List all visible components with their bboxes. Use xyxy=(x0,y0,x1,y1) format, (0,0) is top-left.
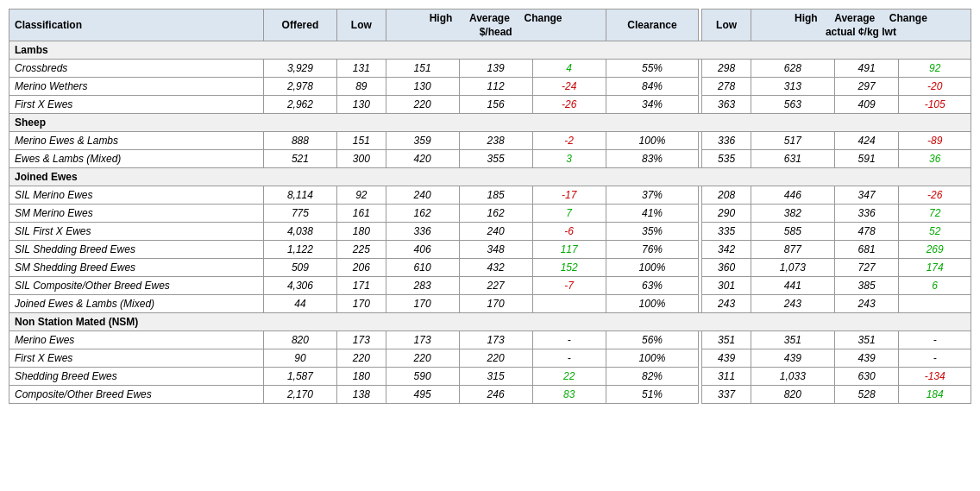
row-low2: 311 xyxy=(702,368,751,386)
row-high1: 240 xyxy=(386,186,459,205)
table-row: Merino Wethers 2,978 89 130 112 -24 84% … xyxy=(9,78,971,96)
row-offered: 4,306 xyxy=(263,277,336,295)
row-low2: 298 xyxy=(702,60,751,78)
row-change2: 52 xyxy=(899,223,971,241)
row-avg2: 439 xyxy=(834,349,898,368)
row-change1: - xyxy=(532,349,606,368)
row-classification: SM Merino Ewes xyxy=(9,205,264,223)
row-clearance: 82% xyxy=(606,368,699,386)
row-clearance: 100% xyxy=(606,349,699,368)
row-avg2: 681 xyxy=(834,241,898,259)
row-offered: 90 xyxy=(263,349,336,368)
row-high2: 243 xyxy=(751,295,834,313)
row-change1: 83 xyxy=(532,386,606,404)
row-high1: 610 xyxy=(386,259,459,277)
row-high2: 585 xyxy=(751,223,834,241)
row-low2: 336 xyxy=(702,132,751,150)
table-row: Crossbreds 3,929 131 151 139 4 55% 298 6… xyxy=(9,60,971,78)
row-change2: 72 xyxy=(899,205,971,223)
row-change1: -24 xyxy=(532,78,606,96)
row-low2: 243 xyxy=(702,295,751,313)
row-classification: SIL First X Ewes xyxy=(9,223,264,241)
row-clearance: 100% xyxy=(606,295,699,313)
row-offered: 4,038 xyxy=(263,223,336,241)
row-high1: 590 xyxy=(386,368,459,386)
row-high1: 130 xyxy=(386,78,459,96)
row-high2: 877 xyxy=(751,241,834,259)
row-avg2: 336 xyxy=(834,205,898,223)
row-low2: 439 xyxy=(702,349,751,368)
row-clearance: 37% xyxy=(606,186,699,205)
table-row: Merino Ewes & Lambs 888 151 359 238 -2 1… xyxy=(9,132,971,150)
row-high2: 441 xyxy=(751,277,834,295)
row-low2: 278 xyxy=(702,78,751,96)
row-change2: 92 xyxy=(899,60,971,78)
row-low1: 180 xyxy=(337,368,386,386)
row-avg1: 432 xyxy=(459,259,532,277)
row-classification: SIL Merino Ewes xyxy=(9,186,264,205)
row-high2: 1,073 xyxy=(751,259,834,277)
section-header-row: Joined Ewes xyxy=(9,168,971,186)
row-high1: 336 xyxy=(386,223,459,241)
row-avg1: 348 xyxy=(459,241,532,259)
row-low2: 290 xyxy=(702,205,751,223)
row-high1: 283 xyxy=(386,277,459,295)
table-row: Shedding Breed Ewes 1,587 180 590 315 22… xyxy=(9,368,971,386)
row-avg1: 112 xyxy=(459,78,532,96)
row-high2: 382 xyxy=(751,205,834,223)
row-high1: 173 xyxy=(386,331,459,349)
row-change1: -26 xyxy=(532,96,606,114)
row-change1: - xyxy=(532,331,606,349)
row-change2: -89 xyxy=(899,132,971,150)
row-offered: 2,962 xyxy=(263,96,336,114)
row-low1: 151 xyxy=(337,132,386,150)
row-avg2: 630 xyxy=(834,368,898,386)
row-high2: 351 xyxy=(751,331,834,349)
row-avg2: 591 xyxy=(834,150,898,168)
row-high2: 313 xyxy=(751,78,834,96)
row-clearance: 35% xyxy=(606,223,699,241)
row-high1: 220 xyxy=(386,349,459,368)
row-avg1: 227 xyxy=(459,277,532,295)
table-row: First X Ewes 90 220 220 220 - 100% 439 4… xyxy=(9,349,971,368)
row-low2: 351 xyxy=(702,331,751,349)
row-change2: 174 xyxy=(899,259,971,277)
row-avg2: 528 xyxy=(834,386,898,404)
row-low1: 130 xyxy=(337,96,386,114)
row-avg2: 478 xyxy=(834,223,898,241)
row-offered: 8,114 xyxy=(263,186,336,205)
row-avg2: 727 xyxy=(834,259,898,277)
row-clearance: 51% xyxy=(606,386,699,404)
row-classification: First X Ewes xyxy=(9,349,264,368)
row-offered: 509 xyxy=(263,259,336,277)
table-row: SIL Shedding Breed Ewes 1,122 225 406 34… xyxy=(9,241,971,259)
row-high2: 517 xyxy=(751,132,834,150)
row-high1: 406 xyxy=(386,241,459,259)
row-avg1: 315 xyxy=(459,368,532,386)
row-change1: 117 xyxy=(532,241,606,259)
header-row-1: Classification Offered Low High Average … xyxy=(9,9,971,26)
row-high1: 220 xyxy=(386,96,459,114)
row-change2: -20 xyxy=(899,78,971,96)
header-high2-avg2-change2: High Average Change xyxy=(751,9,971,26)
row-low1: 89 xyxy=(337,78,386,96)
row-low1: 161 xyxy=(337,205,386,223)
row-high2: 628 xyxy=(751,60,834,78)
row-avg1: 170 xyxy=(459,295,532,313)
table-row: SIL Composite/Other Breed Ewes 4,306 171… xyxy=(9,277,971,295)
row-clearance: 100% xyxy=(606,259,699,277)
row-avg2: 243 xyxy=(834,295,898,313)
livestock-table: Classification Offered Low High Average … xyxy=(9,9,971,404)
row-classification: Merino Ewes & Lambs xyxy=(9,132,264,150)
row-classification: Shedding Breed Ewes xyxy=(9,368,264,386)
row-classification: Crossbreds xyxy=(9,60,264,78)
row-low1: 171 xyxy=(337,277,386,295)
row-change2: -134 xyxy=(899,368,971,386)
row-low1: 92 xyxy=(337,186,386,205)
row-avg1: 173 xyxy=(459,331,532,349)
row-clearance: 63% xyxy=(606,277,699,295)
row-offered: 521 xyxy=(263,150,336,168)
row-clearance: 55% xyxy=(606,60,699,78)
row-clearance: 84% xyxy=(606,78,699,96)
row-change1: 7 xyxy=(532,205,606,223)
